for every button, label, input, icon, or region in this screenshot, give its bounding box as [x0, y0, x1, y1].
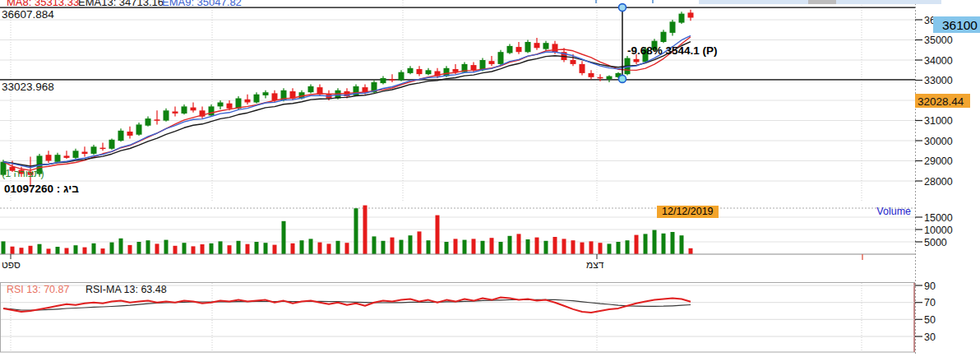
price-axis[interactable]: 3600035000340003300032000310003000029000… [915, 0, 980, 357]
svg-text:35000: 35000 [924, 35, 953, 46]
svg-text:15000: 15000 [924, 212, 953, 224]
measure-label: -9.68% 3544.1 (P) [627, 44, 718, 57]
svg-text:32028.44: 32028.44 [918, 95, 964, 108]
volume-pane-title: Volume [826, 206, 911, 217]
scrollbar-tick [595, 0, 597, 3]
measure-handle-top[interactable] [619, 4, 626, 12]
candles[interactable] [1, 10, 694, 188]
svg-text:33023.968: 33023.968 [2, 81, 54, 93]
svg-text:33000: 33000 [924, 75, 953, 86]
price-gridlines [0, 0, 915, 202]
svg-text:31000: 31000 [924, 115, 953, 127]
volume-chart[interactable] [0, 202, 915, 276]
alert-price-badge[interactable]: 32028.44 [915, 94, 970, 108]
svg-text:29000: 29000 [924, 155, 953, 167]
rsi-ma-value-label: RSI-MA 13: 63.48 [86, 284, 167, 295]
moving-average-lines [3, 35, 691, 170]
ema13-indicator-label: EMA13: 34713.16 [78, 0, 164, 8]
ema9-indicator-label: EMA9: 35047.82 [162, 0, 242, 8]
volume-tick-labels: 15000100005000 [915, 212, 953, 248]
date-tooltip: 12/12/2019 [657, 206, 719, 218]
svg-text:70: 70 [924, 297, 936, 308]
svg-text:36607.884: 36607.884 [2, 8, 54, 21]
config-label: (תצורה 1) [2, 168, 44, 179]
horizontal-scrollbar[interactable] [699, 0, 941, 4]
security-label: 01097260 : ביג [4, 183, 79, 195]
rsi-value-label: RSI 13: 70.87 [7, 284, 69, 295]
chart-window: MA8: 35313.33 EMA13: 34713.16 EMA9: 3504… [0, 0, 980, 357]
svg-text:90: 90 [924, 280, 936, 292]
svg-text:10000: 10000 [924, 225, 953, 236]
svg-text:36100: 36100 [942, 18, 978, 32]
svg-text:50: 50 [924, 314, 936, 326]
measure-tool[interactable]: -9.68% 3544.1 (P) [619, 4, 718, 83]
price-chart[interactable]: 36607.88433023.968 -9.68% 3544.1 (P) [0, 0, 915, 202]
ma8-indicator-label: MA8: 35313.33 [7, 0, 79, 8]
volume-gridlines [0, 208, 915, 242]
scrollbar-tick [652, 0, 654, 3]
svg-text:30: 30 [924, 332, 936, 343]
current-price-badge[interactable]: 36100 [933, 16, 980, 33]
svg-text:28000: 28000 [924, 176, 953, 188]
svg-text:34000: 34000 [924, 55, 953, 67]
volume-baseline [0, 254, 915, 260]
rsi-tick-labels: 90705030 [915, 280, 936, 343]
svg-text:30000: 30000 [924, 136, 953, 147]
scrollbar-thumb[interactable] [808, 0, 836, 4]
horizontal-price-lines[interactable]: 36607.88433023.968 [0, 7, 915, 93]
svg-text:5000: 5000 [924, 237, 947, 248]
x-axis-label-dec: דצמ [586, 259, 603, 271]
measure-handle-bottom[interactable] [619, 75, 626, 82]
x-axis-label-sep: ספט [2, 259, 21, 271]
